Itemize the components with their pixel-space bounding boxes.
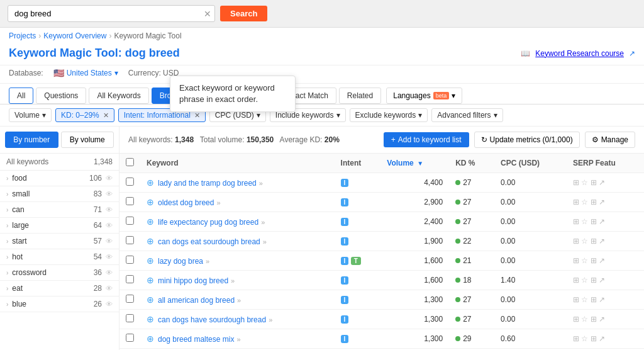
filter-advanced-label: Advanced filters xyxy=(437,111,491,120)
chevron-right-icon: › xyxy=(6,175,8,182)
add-keyword-icon[interactable]: ⊕ xyxy=(147,197,154,207)
eye-icon[interactable]: 👁 xyxy=(106,190,113,198)
toolbar-stats: All keywords: 1,348 Total volume: 150,35… xyxy=(128,135,340,144)
keyword-link[interactable]: all american dog breed xyxy=(158,296,235,305)
keyword-link[interactable]: life expectancy pug dog breed xyxy=(158,218,258,227)
keyword-link[interactable]: dog breed maltese mix xyxy=(158,335,234,344)
filter-intent-label: Intent: Informational xyxy=(124,111,191,120)
add-keyword-icon[interactable]: ⊕ xyxy=(147,314,154,324)
search-clear-button[interactable]: ✕ xyxy=(204,9,211,18)
sidebar-item-food[interactable]: › food 106 👁 xyxy=(0,171,119,186)
row-action-icons: ⊞ ☆ ⊞ ↗ xyxy=(573,237,605,246)
update-metrics-button[interactable]: ↻ Update metrics (0/1,000) xyxy=(474,132,580,148)
intent-badge: I xyxy=(341,237,349,246)
refresh-icon: ↻ xyxy=(481,135,487,144)
row-checkbox[interactable] xyxy=(126,197,134,205)
add-keyword-icon[interactable]: ⊕ xyxy=(147,236,154,246)
row-checkbox[interactable] xyxy=(126,236,134,244)
search-input[interactable] xyxy=(8,5,215,22)
col-volume[interactable]: Volume ▼ xyxy=(380,154,449,173)
search-button[interactable]: Search xyxy=(220,6,267,21)
add-keyword-icon[interactable]: ⊕ xyxy=(147,275,154,285)
sidebar-item-blue[interactable]: › blue 26 👁 xyxy=(0,296,119,312)
row-checkbox[interactable] xyxy=(126,178,134,186)
col-intent[interactable]: Intent xyxy=(335,154,381,173)
chevron-down-icon-include: ▾ xyxy=(336,111,340,120)
header-right: 📖 Keyword Research course ↗ xyxy=(521,49,635,58)
filter-exclude[interactable]: Exclude keywords ▾ xyxy=(350,108,428,122)
sidebar-item-eat[interactable]: › eat 28 👁 xyxy=(0,281,119,296)
col-cpc[interactable]: CPC (USD) xyxy=(494,154,567,173)
languages-button[interactable]: Languages beta ▾ xyxy=(386,88,462,104)
filter-intent-remove[interactable]: ✕ xyxy=(194,111,200,120)
cpc-cell: 0.00 xyxy=(494,173,567,193)
eye-icon[interactable]: 👁 xyxy=(106,253,113,261)
keywords-table: Keyword Intent Volume ▼ KD % CPC (USD) S… xyxy=(119,154,644,349)
sidebar-item-crossword[interactable]: › crossword 36 👁 xyxy=(0,265,119,281)
keyword-link[interactable]: oldest dog breed xyxy=(158,198,214,207)
cpc-cell: 0.00 xyxy=(494,251,567,271)
sidebar-item-hot[interactable]: › hot 54 👁 xyxy=(0,249,119,265)
row-checkbox[interactable] xyxy=(126,217,134,225)
volume-cell: 1,600 xyxy=(380,271,449,290)
sort-by-number-button[interactable]: By number xyxy=(5,132,58,148)
keyword-link[interactable]: can dogs have sourdough bread xyxy=(158,315,266,324)
add-keyword-icon[interactable]: ⊕ xyxy=(147,334,154,344)
kd-dot-icon xyxy=(455,239,460,244)
keyword-link[interactable]: lazy dog brea xyxy=(158,257,203,266)
eye-icon[interactable]: 👁 xyxy=(106,237,113,245)
chevron-down-icon-volume: ▾ xyxy=(42,111,46,120)
sort-by-volume-button[interactable]: By volume xyxy=(61,132,114,148)
sidebar-item-can[interactable]: › can 71 👁 xyxy=(0,202,119,218)
row-checkbox[interactable] xyxy=(126,295,134,303)
col-keyword[interactable]: Keyword xyxy=(140,154,335,173)
filter-kd-remove[interactable]: ✕ xyxy=(103,111,109,120)
table-toolbar: All keywords: 1,348 Total volume: 150,35… xyxy=(119,127,644,154)
kd-dot-icon xyxy=(455,180,460,185)
filter-kd[interactable]: KD: 0–29% ✕ xyxy=(55,108,114,122)
tab-all[interactable]: All xyxy=(9,88,33,104)
tab-questions[interactable]: Questions xyxy=(36,88,86,104)
eye-icon[interactable]: 👁 xyxy=(106,269,113,276)
serp-cell: ⊞ ☆ ⊞ ↗ xyxy=(567,329,644,349)
breadcrumb-projects[interactable]: Projects xyxy=(9,31,36,40)
manage-button[interactable]: ⚙ Manage xyxy=(585,132,635,148)
row-checkbox[interactable] xyxy=(126,256,134,264)
add-keyword-icon[interactable]: ⊕ xyxy=(147,256,154,266)
col-checkbox xyxy=(119,154,140,173)
sidebar-item-large[interactable]: › large 64 👁 xyxy=(0,218,119,234)
col-serp[interactable]: SERP Featu xyxy=(567,154,644,173)
eye-icon[interactable]: 👁 xyxy=(106,206,113,213)
keyword-link[interactable]: lady and the tramp dog breed xyxy=(158,179,257,188)
filter-volume[interactable]: Volume ▾ xyxy=(9,108,52,122)
add-to-keyword-list-button[interactable]: + Add to keyword list xyxy=(384,132,469,147)
col-kd[interactable]: KD % xyxy=(449,154,494,173)
breadcrumb-sep-2: › xyxy=(109,31,111,40)
add-keyword-icon[interactable]: ⊕ xyxy=(147,217,154,227)
eye-icon[interactable]: 👁 xyxy=(106,174,113,182)
sidebar-item-start[interactable]: › start 57 👁 xyxy=(0,234,119,249)
database-select[interactable]: 🇺🇸 United States ▾ xyxy=(53,68,118,78)
main-content: By number By volume All keywords 1,348 ›… xyxy=(0,127,644,350)
tab-related[interactable]: Related xyxy=(339,88,381,104)
eye-icon[interactable]: 👁 xyxy=(106,222,113,229)
keyword-link[interactable]: can dogs eat sourdough bread xyxy=(158,237,260,246)
page-header: Keyword Magic Tool: dog breed 📖 Keyword … xyxy=(0,44,644,65)
row-checkbox[interactable] xyxy=(126,314,134,322)
eye-icon[interactable]: 👁 xyxy=(106,300,113,308)
row-checkbox[interactable] xyxy=(126,334,134,342)
keyword-research-course-link[interactable]: Keyword Research course xyxy=(535,49,624,58)
breadcrumb-keyword-overview[interactable]: Keyword Overview xyxy=(43,31,106,40)
select-all-checkbox[interactable] xyxy=(126,158,134,166)
tab-all-keywords[interactable]: All Keywords xyxy=(89,88,148,104)
sidebar-item-small[interactable]: › small 83 👁 xyxy=(0,186,119,202)
add-keyword-icon[interactable]: ⊕ xyxy=(147,295,154,305)
eye-icon[interactable]: 👁 xyxy=(106,285,113,292)
kd-dot-icon xyxy=(455,258,460,263)
kd-dot-icon xyxy=(455,278,460,283)
row-checkbox[interactable] xyxy=(126,275,134,283)
add-keyword-icon[interactable]: ⊕ xyxy=(147,178,154,188)
filter-advanced[interactable]: Advanced filters ▾ xyxy=(431,108,502,122)
keyword-link[interactable]: mini hippo dog breed xyxy=(158,276,228,285)
tooltip-text: Exact keyword or keyword phrase in exact… xyxy=(179,83,275,104)
